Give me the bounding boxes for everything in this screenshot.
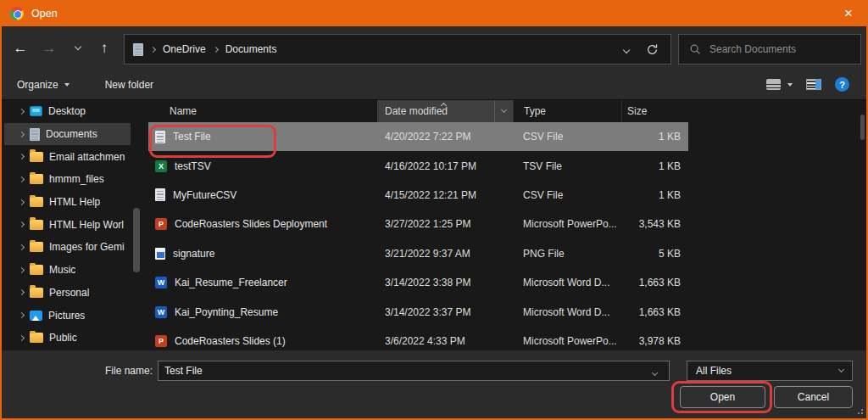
expand-chevron-icon[interactable]	[19, 267, 25, 273]
file-size-cell: 1 KB	[621, 160, 687, 172]
pictures-icon	[30, 311, 42, 321]
file-name-text: Test File	[173, 131, 211, 143]
column-header-type[interactable]: Type	[513, 100, 621, 122]
folder-icon	[30, 242, 43, 252]
up-button[interactable]: ↑	[93, 26, 115, 70]
sidebar-item[interactable]: HTML Help Worl	[4, 213, 131, 236]
organize-label: Organize	[17, 79, 58, 91]
sidebar-item-label: Desktop	[48, 105, 86, 117]
breadcrumb-separator-icon	[213, 46, 219, 52]
breadcrumb-item-documents[interactable]: Documents	[225, 43, 277, 55]
file-size-cell: 1 KB	[621, 131, 687, 143]
new-folder-button[interactable]: New folder	[97, 74, 162, 96]
address-bar[interactable]: OneDrive Documents	[124, 34, 671, 64]
sidebar-item[interactable]: hmmm_files	[4, 168, 131, 191]
file-row[interactable]: W Kai_Resume_Freelancer 3/14/2022 3:38 P…	[148, 268, 688, 297]
file-type-cell: Microsoft PowerPo...	[513, 335, 621, 347]
sidebar-item[interactable]: Pictures	[4, 304, 131, 327]
sidebar-item[interactable]: HTML Help	[4, 191, 131, 214]
sidebar-item[interactable]: Email attachmen	[4, 145, 131, 168]
sidebar-item[interactable]: Documents	[4, 123, 131, 146]
expand-chevron-icon[interactable]	[19, 199, 25, 205]
search-box[interactable]: Search Documents	[678, 34, 861, 64]
file-date-cell: 3/14/2022 3:37 PM	[377, 306, 513, 318]
sidebar-item[interactable]: Public	[4, 327, 131, 350]
close-icon[interactable]: ×	[839, 6, 858, 20]
expand-chevron-icon[interactable]	[19, 176, 25, 182]
desktop-icon	[30, 106, 42, 116]
address-dropdown-chevron-icon[interactable]	[624, 43, 629, 55]
expand-chevron-icon[interactable]	[19, 289, 25, 295]
file-date-cell: 4/16/2022 10:17 PM	[377, 160, 513, 172]
file-size-cell: 1,663 KB	[621, 306, 687, 318]
file-name-text: Kai_Poynting_Resume	[175, 306, 278, 318]
file-row[interactable]: P CodeRoasters Slides (1) 3/6/2022 4:33 …	[148, 327, 688, 350]
column-header-name[interactable]: Name	[148, 100, 377, 122]
file-list-scrollbar[interactable]	[860, 115, 865, 140]
breadcrumb-item-onedrive[interactable]: OneDrive	[163, 43, 206, 55]
date-filter-chevron-icon[interactable]	[494, 100, 513, 122]
file-row[interactable]: W Kai_Poynting_Resume 3/14/2022 3:37 PM …	[148, 297, 688, 326]
powerpoint-file-icon: P	[155, 335, 167, 347]
expand-chevron-icon[interactable]	[19, 335, 25, 341]
sidebar-item[interactable]: Music	[4, 259, 131, 282]
file-list: Name Date modified Type Size Test File 4…	[144, 100, 868, 350]
sidebar-item[interactable]: Personal	[4, 282, 131, 305]
forward-button[interactable]: →	[38, 26, 60, 70]
sidebar-item-label: Documents	[46, 128, 97, 140]
file-date-cell: 4/20/2022 7:22 PM	[377, 131, 513, 143]
file-name-text: Kai_Resume_Freelancer	[175, 277, 287, 288]
help-button[interactable]: ?	[835, 77, 849, 92]
recent-locations-chevron-icon[interactable]	[67, 26, 89, 70]
back-button[interactable]: ←	[9, 26, 31, 70]
cancel-button[interactable]: Cancel	[774, 386, 853, 408]
file-size-cell: 1 KB	[621, 189, 687, 201]
sidebar-item-label: HTML Help	[49, 196, 100, 208]
folder-icon	[30, 288, 43, 298]
file-row[interactable]: signature 3/21/2022 9:37 AM PNG File 5 K…	[148, 239, 688, 268]
column-header-size[interactable]: Size	[621, 100, 687, 122]
folder-icon	[30, 152, 43, 162]
expand-chevron-icon[interactable]	[19, 109, 25, 115]
expand-chevron-icon[interactable]	[19, 154, 25, 160]
resize-grip[interactable]	[856, 407, 864, 415]
csv-file-icon	[155, 188, 165, 201]
word-file-icon: W	[155, 277, 167, 288]
column-header-date-modified[interactable]: Date modified	[377, 100, 513, 122]
navigation-bar: ← → ↑ OneDrive Documents Search	[0, 26, 868, 70]
search-placeholder: Search Documents	[709, 43, 796, 55]
file-name-text: MyFutureCSV	[173, 189, 236, 201]
file-row[interactable]: X testTSV 4/16/2022 10:17 PM TSV File 1 …	[148, 151, 688, 180]
expand-chevron-icon[interactable]	[19, 131, 25, 137]
file-name-cell: W Kai_Poynting_Resume	[148, 306, 377, 318]
file-type-cell: PNG File	[513, 248, 621, 260]
file-type-cell: CSV File	[513, 189, 621, 201]
breadcrumb: OneDrive Documents	[133, 43, 276, 56]
expand-chevron-icon[interactable]	[19, 221, 25, 227]
sidebar-item[interactable]: Desktop	[4, 100, 131, 123]
expand-chevron-icon[interactable]	[19, 312, 25, 318]
folder-icon	[30, 197, 43, 207]
file-row[interactable]: P CodeRoasters Slides Deployment 3/27/20…	[148, 210, 688, 238]
file-rows: Test File 4/20/2022 7:22 PM CSV File 1 K…	[148, 122, 868, 350]
new-folder-label: New folder	[105, 79, 153, 91]
dialog-content: Desktop Documents Email attachmen hmmm_f…	[0, 100, 868, 350]
sidebar-item-label: HTML Help Worl	[49, 219, 124, 231]
file-row[interactable]: Test File 4/20/2022 7:22 PM CSV File 1 K…	[148, 122, 688, 151]
preview-pane-button[interactable]	[806, 79, 821, 90]
file-name-input[interactable]	[158, 361, 670, 381]
expand-chevron-icon[interactable]	[19, 244, 25, 250]
file-type-chevron-icon	[838, 367, 844, 372]
file-name-text: signature	[173, 248, 214, 260]
sidebar-item-label: Pictures	[48, 310, 85, 322]
file-type-cell: Microsoft PowerPo...	[513, 218, 621, 230]
organize-button[interactable]: Organize	[8, 74, 78, 96]
sidebar-item-label: Email attachmen	[49, 151, 125, 163]
refresh-icon[interactable]	[646, 43, 659, 56]
view-mode-button[interactable]	[766, 79, 793, 90]
file-type-select[interactable]: All Files	[687, 361, 853, 381]
sidebar-item[interactable]: Images for Gemi	[4, 236, 131, 259]
open-button[interactable]: Open	[680, 386, 765, 408]
file-row[interactable]: MyFutureCSV 4/15/2022 12:21 PM CSV File …	[148, 181, 688, 210]
sidebar-scrollbar[interactable]	[133, 208, 140, 272]
